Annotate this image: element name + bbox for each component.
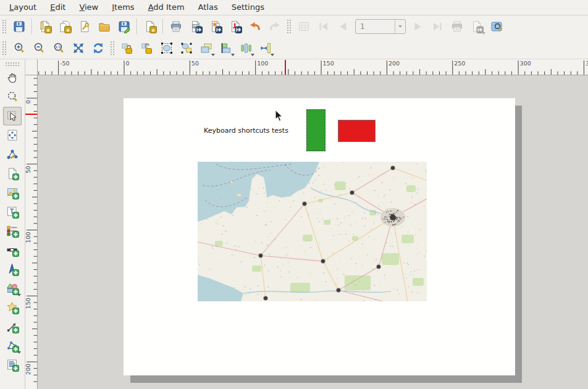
add-north-arrow-item-button[interactable] xyxy=(3,260,22,278)
atlas-settings-button[interactable] xyxy=(487,17,506,36)
export-as-pdf-button[interactable] xyxy=(226,17,245,36)
atlas-page-spinbox[interactable]: 1 xyxy=(355,19,406,34)
load-from-template-button[interactable] xyxy=(95,17,114,36)
preview-atlas-button[interactable] xyxy=(295,17,313,36)
toolbar-grip[interactable] xyxy=(110,41,116,55)
toolbar-grip[interactable] xyxy=(2,41,7,55)
dropdown-arrow-icon[interactable] xyxy=(271,54,274,56)
menu-layout[interactable]: Layout xyxy=(2,1,43,14)
pan-icon xyxy=(6,71,19,85)
atlas-last-icon xyxy=(430,20,444,33)
save-as-template-button[interactable] xyxy=(115,17,133,36)
dropdown-arrow-icon[interactable] xyxy=(17,351,21,354)
add-shape-icon xyxy=(6,282,19,295)
resize-selected-items-button[interactable] xyxy=(256,39,275,57)
green-rectangle-item[interactable] xyxy=(306,109,326,151)
toolbox: T xyxy=(0,59,25,389)
qgis-print-layout-window: LayoutEditViewItemsAdd ItemAtlasSettings… xyxy=(0,0,588,389)
new-layout-button[interactable]: ★ xyxy=(36,17,54,36)
ungroup-items-button[interactable] xyxy=(177,39,196,57)
map-item[interactable] xyxy=(198,162,427,301)
menu-view[interactable]: View xyxy=(72,1,105,14)
save-project-button[interactable] xyxy=(10,17,28,36)
print-button[interactable] xyxy=(167,17,185,36)
layout-manager-icon xyxy=(78,20,91,33)
add-arrow-item-button[interactable] xyxy=(3,317,22,336)
atlas-next-icon xyxy=(411,20,424,33)
add-page-item-button[interactable] xyxy=(3,164,22,183)
label-item[interactable]: Keyboard shortcuts tests xyxy=(204,126,296,136)
menu-items[interactable]: Items xyxy=(105,1,141,14)
add-legend-item-button[interactable] xyxy=(3,222,22,240)
group-items-button[interactable] xyxy=(158,39,176,57)
add-label-item-button[interactable]: T xyxy=(3,203,22,221)
move-item-content-button[interactable] xyxy=(3,126,22,144)
zoom-actual-button[interactable]: 1:1 xyxy=(49,39,68,57)
atlas-last-feature-button[interactable] xyxy=(428,17,447,36)
dropdown-arrow-icon[interactable] xyxy=(231,54,235,56)
svg-text:0: 0 xyxy=(126,60,130,67)
add-pages-button[interactable]: ★ xyxy=(141,17,159,36)
align-selected-items-button[interactable] xyxy=(217,39,235,57)
duplicate-layout-icon: ★ xyxy=(58,20,72,33)
dropdown-arrow-icon[interactable] xyxy=(17,294,21,296)
add-table-item-button[interactable] xyxy=(3,356,22,374)
add-shape-item-button[interactable] xyxy=(3,279,22,298)
edit-nodes-item-button[interactable] xyxy=(3,145,22,164)
zoom-region-icon xyxy=(6,90,19,104)
toolbar-grip[interactable] xyxy=(5,62,20,67)
undo-button[interactable] xyxy=(246,17,264,36)
unlock-all-items-button[interactable] xyxy=(138,39,156,57)
dropdown-arrow-icon[interactable] xyxy=(211,54,215,56)
export-as-image-button[interactable] xyxy=(187,17,205,36)
horizontal-ruler: -50050100150200250300350 xyxy=(37,59,588,75)
toolbar-layout-atlas: ★★★*1 xyxy=(0,15,588,37)
save-template-icon xyxy=(117,20,131,33)
menubar: LayoutEditViewItemsAdd ItemAtlasSettings xyxy=(0,0,588,15)
zoom-out-button[interactable] xyxy=(30,39,48,57)
svg-text:★: ★ xyxy=(65,27,70,33)
dropdown-arrow-icon[interactable] xyxy=(482,32,485,35)
atlas-next-feature-button[interactable] xyxy=(408,17,427,36)
refresh-icon xyxy=(91,41,105,55)
atlas-page-value: 1 xyxy=(356,22,395,31)
atlas-first-feature-button[interactable] xyxy=(314,17,333,36)
raise-selected-items-button[interactable] xyxy=(197,39,216,57)
refresh-view-button[interactable] xyxy=(89,39,107,57)
pan-layout-button[interactable] xyxy=(3,69,22,87)
svg-text:100: 100 xyxy=(25,232,32,243)
zoom-full-button[interactable] xyxy=(69,39,88,57)
export-atlas-button[interactable] xyxy=(468,17,486,36)
print-atlas-button[interactable] xyxy=(448,17,466,36)
red-rectangle-item[interactable] xyxy=(338,120,376,142)
duplicate-layout-button[interactable]: ★ xyxy=(56,17,74,36)
toolbar-separator xyxy=(162,19,164,34)
add-scalebar-icon xyxy=(6,243,19,257)
export-as-svg-button[interactable]: * xyxy=(206,17,225,36)
spinbox-dropdown-arrow-icon[interactable] xyxy=(395,20,405,33)
add-marker-item-button[interactable] xyxy=(3,298,22,317)
menu-add-item[interactable]: Add Item xyxy=(141,1,191,14)
add-arrow-icon xyxy=(6,320,19,333)
distribute-selected-items-button[interactable] xyxy=(237,39,255,57)
atlas-previous-feature-button[interactable] xyxy=(334,17,353,36)
zoom-tool-button[interactable] xyxy=(3,88,22,106)
export-pdf-icon xyxy=(229,20,242,33)
layout-page[interactable]: Keyboard shortcuts tests xyxy=(124,98,515,375)
add-legend-icon xyxy=(6,224,19,238)
layout-manager-button[interactable] xyxy=(75,17,94,36)
toolbar-grip[interactable] xyxy=(287,19,292,33)
dropdown-arrow-icon[interactable] xyxy=(251,54,254,56)
add-picture-item-button[interactable] xyxy=(3,183,22,202)
add-scalebar-item-button[interactable] xyxy=(3,241,22,259)
menu-settings[interactable]: Settings xyxy=(225,1,271,14)
add-node-item-button[interactable] xyxy=(3,337,22,355)
ruler-border xyxy=(37,59,38,389)
select-move-item-button[interactable] xyxy=(3,107,22,125)
redo-button[interactable] xyxy=(266,17,284,36)
menu-atlas[interactable]: Atlas xyxy=(191,1,225,14)
menu-edit[interactable]: Edit xyxy=(43,1,72,14)
zoom-in-button[interactable] xyxy=(10,39,28,57)
toolbar-grip[interactable] xyxy=(2,19,7,33)
lock-selected-items-button[interactable] xyxy=(118,39,136,57)
